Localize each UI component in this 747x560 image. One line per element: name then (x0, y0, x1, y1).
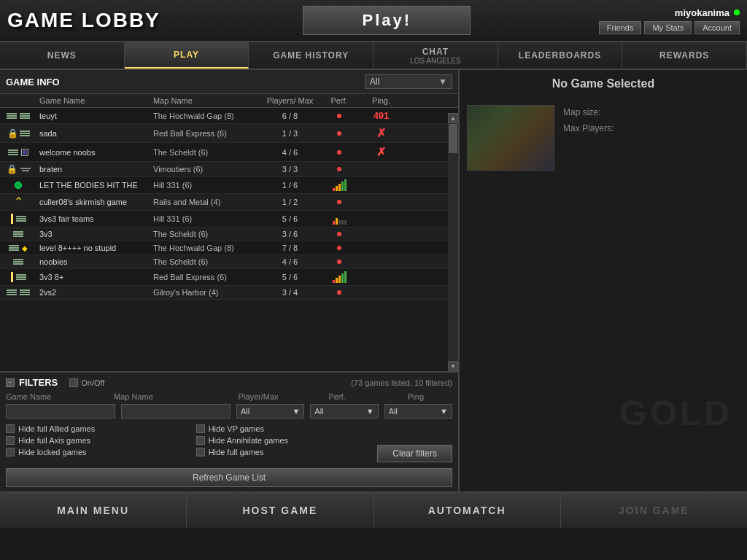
onoff-toggle[interactable]: On/Off (69, 378, 104, 387)
table-row[interactable]: ◆ level 8++++ no stupid The Hochwald Gap… (0, 241, 458, 255)
scroll-thumb[interactable] (449, 124, 457, 153)
map-name-cell: Hill 331 (6) (153, 214, 263, 223)
table-row[interactable]: ⌃ culler08's skirmish game Rails and Met… (0, 194, 458, 211)
playermax-filter-select[interactable]: All ▼ (236, 404, 304, 419)
hide-full-axis-label: Hide full Axis games (18, 436, 90, 445)
filters-toggle-icon[interactable]: − (6, 378, 15, 387)
join-game-button[interactable]: JOIN GAME (561, 493, 747, 528)
hide-full-checkbox-row[interactable]: Hide full games (196, 448, 372, 456)
game-name-cell: sada (36, 129, 153, 138)
tab-play[interactable]: PLAY (125, 42, 249, 69)
table-row[interactable]: 🔒 braten Vimoutiers (6) 3 / 3 (0, 162, 458, 177)
game-name-cell: braten (36, 165, 153, 174)
game-info-label: GAME INFO (6, 77, 365, 88)
rank-cell: ⌃ (0, 196, 36, 208)
ping-cell: ✗ (361, 145, 401, 159)
hide-locked-checkbox[interactable] (6, 448, 15, 456)
table-row[interactable]: 🔒 sada Red Ball Express (6) 1 / 3 ✗ (0, 124, 458, 143)
table-row[interactable]: noobies The Scheldt (6) 4 / 6 (0, 255, 458, 269)
table-row[interactable]: 2vs2 Gilroy's Harbor (4) 3 / 4 (0, 286, 458, 300)
user-buttons: Friends My Stats Account (599, 21, 740, 34)
tab-chat[interactable]: CHAT Los Angeles (374, 42, 498, 69)
players-cell: 4 / 6 (263, 257, 317, 266)
game-name-cell: LET THE BODIES HIT THE (36, 181, 153, 190)
tab-leaderboards[interactable]: LEADERBOARDS (498, 42, 623, 69)
play-banner: Play! (175, 6, 599, 35)
map-size-label: Map size: (563, 107, 600, 117)
players-cell: 3 / 6 (263, 230, 317, 238)
hide-vp-label: Hide VP games (209, 424, 264, 433)
players-cell: 6 / 8 (263, 112, 317, 120)
rank-cell: ◆ (0, 244, 36, 252)
players-cell: 5 / 6 (263, 273, 317, 281)
friends-button[interactable]: Friends (599, 21, 642, 34)
game-name-filter-input[interactable] (6, 404, 115, 419)
hide-annihilate-checkbox-row[interactable]: Hide Annihilate games (196, 436, 372, 445)
hide-locked-checkbox-row[interactable]: Hide locked games (6, 448, 182, 456)
scroll-down-button[interactable]: ▼ (448, 361, 458, 371)
hide-locked-label: Hide locked games (18, 448, 87, 456)
map-name-filter-input[interactable] (121, 404, 231, 419)
lock-icon: 🔒 (7, 128, 18, 139)
username: miyokanima (675, 7, 729, 18)
onoff-checkbox[interactable] (69, 378, 78, 387)
game-name-cell: noobies (36, 257, 153, 266)
perf-cell (317, 200, 361, 204)
hide-full-axis-checkbox[interactable] (6, 436, 15, 445)
perf-cell (317, 131, 361, 136)
filter-checkboxes: Hide full Allied games Hide VP games Hid… (6, 424, 371, 456)
table-row[interactable]: 3vs3 fair teams Hill 331 (6) 5 / 6 (0, 211, 458, 228)
hide-full-checkbox[interactable] (196, 448, 205, 456)
host-game-button[interactable]: HOST GAME (187, 493, 374, 528)
rank-cell (0, 214, 36, 224)
game-list-container: Game Name Map Name Players/ Max Perf. Pi… (0, 94, 458, 371)
filters-header: − FILTERS On/Off (73 games listed, 10 fi… (6, 377, 452, 388)
tab-game-history[interactable]: GAME HISTORY (249, 42, 374, 69)
hide-vp-checkbox-row[interactable]: Hide VP games (196, 424, 372, 433)
my-stats-button[interactable]: My Stats (644, 21, 692, 34)
automatch-button[interactable]: AUTOMATCH (374, 493, 561, 528)
ping-cell: ✗ (361, 126, 401, 140)
perf-cell (317, 271, 361, 283)
table-row[interactable]: LET THE BODIES HIT THE Hill 331 (6) 1 / … (0, 177, 458, 194)
clear-filters-button[interactable]: Clear filters (377, 445, 452, 462)
chevron-down-icon: ▼ (440, 407, 448, 416)
rank-cell (0, 289, 36, 295)
account-button[interactable]: Account (694, 21, 740, 34)
perf-cell (317, 213, 361, 225)
perf-filter-select[interactable]: All ▼ (310, 404, 378, 419)
filter-mapname-col-label: Map Name (114, 392, 216, 401)
perf-cell (317, 114, 361, 118)
filter-dropdown[interactable]: All ▼ (365, 74, 452, 89)
left-panel: GAME INFO All ▼ Game Name Map Name Playe… (0, 70, 460, 491)
perf-cell (317, 232, 361, 236)
map-name-cell: The Scheldt (6) (153, 230, 263, 238)
hide-full-allied-checkbox[interactable] (6, 424, 15, 433)
list-scrollbar[interactable]: ▲ ▼ (448, 113, 458, 371)
game-list: teuyt The Hochwald Gap (8) 6 / 8 491 🔒 (0, 108, 458, 366)
main-menu-button[interactable]: MAIN MENU (0, 493, 187, 528)
tab-rewards[interactable]: REWARDS (622, 42, 747, 69)
hide-full-allied-label: Hide full Allied games (18, 424, 95, 433)
tab-news[interactable]: NEWS (0, 42, 125, 69)
game-name-cell: 3v3 (36, 230, 153, 238)
chevron-down-icon: ▼ (366, 407, 374, 416)
right-panel: No Game Selected Map size: Max Players: … (460, 70, 747, 491)
table-row[interactable]: 3v3 The Scheldt (6) 3 / 6 (0, 228, 458, 241)
hide-full-axis-checkbox-row[interactable]: Hide full Axis games (6, 436, 182, 445)
col-gamename-header: Game Name (36, 96, 153, 105)
scroll-up-button[interactable]: ▲ (448, 113, 458, 123)
hide-vp-checkbox[interactable] (196, 424, 205, 433)
refresh-game-list-button[interactable]: Refresh Game List (6, 468, 452, 487)
table-row[interactable]: 3v3 8+ Red Ball Express (6) 5 / 6 (0, 269, 458, 286)
hide-annihilate-checkbox[interactable] (196, 436, 205, 445)
ping-filter-select[interactable]: All ▼ (384, 404, 452, 419)
scroll-track (448, 123, 458, 361)
table-row[interactable]: teuyt The Hochwald Gap (8) 6 / 8 491 (0, 108, 458, 124)
table-row[interactable]: welcome noobs The Scheldt (6) 4 / 6 ✗ (0, 143, 458, 162)
user-area: miyokanima Friends My Stats Account (599, 7, 740, 34)
hide-full-allied-checkbox-row[interactable]: Hide full Allied games (6, 424, 182, 433)
map-name-cell: Rails and Metal (4) (153, 198, 263, 206)
filters-label: FILTERS (19, 377, 58, 388)
map-name-cell: Gilroy's Harbor (4) (153, 288, 263, 297)
